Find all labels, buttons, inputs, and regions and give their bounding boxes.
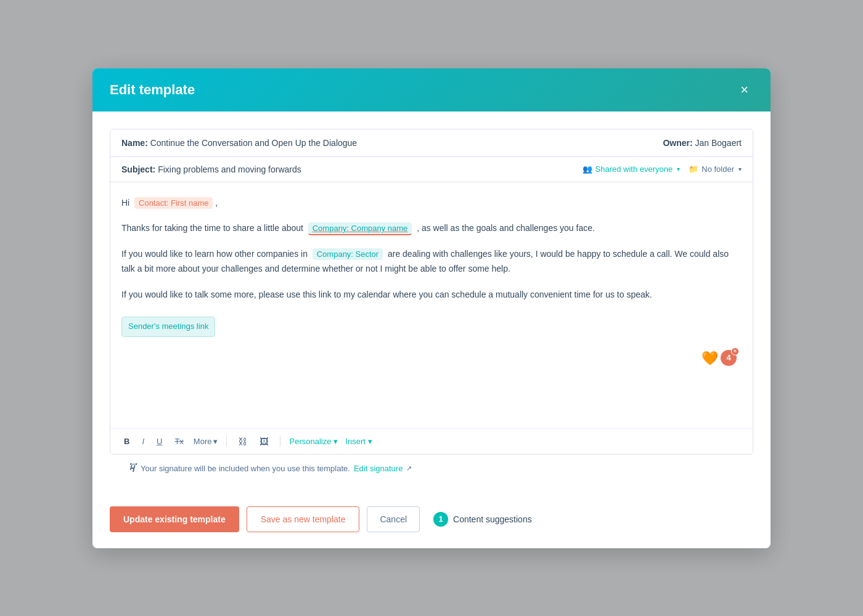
chevron-down-icon-4: ▾ bbox=[333, 437, 338, 446]
company-name-token[interactable]: Company: Company name bbox=[308, 222, 412, 235]
shared-dropdown[interactable]: 👥 Shared with everyone ▾ bbox=[583, 164, 681, 174]
chevron-down-icon-2: ▾ bbox=[738, 166, 742, 172]
contact-firstname-token[interactable]: Contact: First name bbox=[134, 197, 213, 209]
close-button[interactable]: × bbox=[735, 81, 753, 99]
update-template-button[interactable]: Update existing template bbox=[110, 506, 239, 532]
image-button[interactable]: 🖼 bbox=[257, 435, 271, 448]
external-link-icon: ↗ bbox=[406, 464, 412, 472]
plus-badge: + bbox=[731, 347, 739, 355]
personalize-dropdown[interactable]: Personalize ▾ bbox=[289, 437, 338, 446]
save-new-template-button[interactable]: Save as new template bbox=[247, 506, 360, 532]
template-owner: Owner: Jan Bogaert bbox=[663, 138, 742, 148]
template-editor: Name: Continue the Conversation and Open… bbox=[110, 129, 753, 455]
heart-emoji: 🧡 bbox=[701, 347, 718, 370]
signature-icon: ꬓ bbox=[127, 463, 137, 474]
meetings-link-token[interactable]: Sender's meetings link bbox=[121, 313, 742, 344]
toolbar-divider-1 bbox=[226, 436, 227, 447]
modal-body: Name: Continue the Conversation and Open… bbox=[92, 111, 771, 495]
bold-button[interactable]: B bbox=[121, 436, 132, 447]
subject-field: Subject: Fixing problems and moving forw… bbox=[121, 164, 301, 174]
modal-overlay: Edit template × Name: Continue the Conve… bbox=[0, 0, 863, 616]
content-suggestions-area: 1 Content suggestions bbox=[433, 512, 532, 527]
edit-template-modal: Edit template × Name: Continue the Conve… bbox=[92, 68, 771, 548]
modal-header: Edit template × bbox=[92, 68, 771, 111]
edit-signature-link[interactable]: Edit signature bbox=[354, 464, 403, 473]
folder-icon: 📁 bbox=[689, 164, 698, 174]
folder-dropdown[interactable]: 📁 No folder ▾ bbox=[689, 164, 742, 174]
cancel-button[interactable]: Cancel bbox=[367, 506, 420, 532]
insert-dropdown[interactable]: Insert ▾ bbox=[345, 437, 372, 446]
italic-button[interactable]: I bbox=[139, 436, 147, 447]
more-dropdown[interactable]: More ▾ bbox=[194, 437, 218, 446]
company-sector-token[interactable]: Company: Sector bbox=[313, 248, 383, 260]
toolbar-divider-2 bbox=[280, 436, 280, 447]
modal-footer: Update existing template Save as new tem… bbox=[92, 495, 771, 548]
email-body-area[interactable]: Hi Contact: First name , Thanks for taki… bbox=[110, 182, 753, 429]
emoji-container: 🧡 4 + bbox=[701, 347, 737, 370]
underline-button[interactable]: U bbox=[154, 436, 165, 447]
text-toolbar: B I U Tx More ▾ ⛓ 🖼 Personalize ▾ bbox=[110, 429, 753, 454]
template-name: Name: Continue the Conversation and Open… bbox=[121, 138, 357, 148]
body-line-1: Thanks for taking the time to share a li… bbox=[121, 221, 742, 236]
content-suggestions-badge: 1 bbox=[433, 512, 448, 527]
emoji-count-badge: 4 + bbox=[721, 350, 737, 366]
subject-actions: 👥 Shared with everyone ▾ 📁 No folder ▾ bbox=[583, 164, 742, 174]
content-suggestions-label: Content suggestions bbox=[453, 514, 532, 524]
body-line-3: If you would like to talk some more, ple… bbox=[121, 288, 742, 302]
people-icon: 👥 bbox=[583, 164, 592, 174]
modal-title: Edit template bbox=[110, 82, 195, 98]
chevron-down-icon-3: ▾ bbox=[213, 437, 218, 446]
strikethrough-button[interactable]: Tx bbox=[172, 436, 186, 447]
subject-row: Subject: Fixing problems and moving forw… bbox=[110, 157, 753, 182]
link-button[interactable]: ⛓ bbox=[235, 435, 250, 448]
chevron-down-icon: ▾ bbox=[677, 166, 680, 172]
name-row: Name: Continue the Conversation and Open… bbox=[110, 129, 753, 157]
chevron-down-icon-5: ▾ bbox=[368, 437, 372, 446]
signature-note: ꬓ Your signature will be included when y… bbox=[110, 455, 753, 483]
greeting-line: Hi Contact: First name , bbox=[121, 196, 742, 211]
body-line-2: If you would like to learn how other com… bbox=[121, 247, 742, 277]
emoji-row: 🧡 4 + bbox=[121, 344, 742, 372]
